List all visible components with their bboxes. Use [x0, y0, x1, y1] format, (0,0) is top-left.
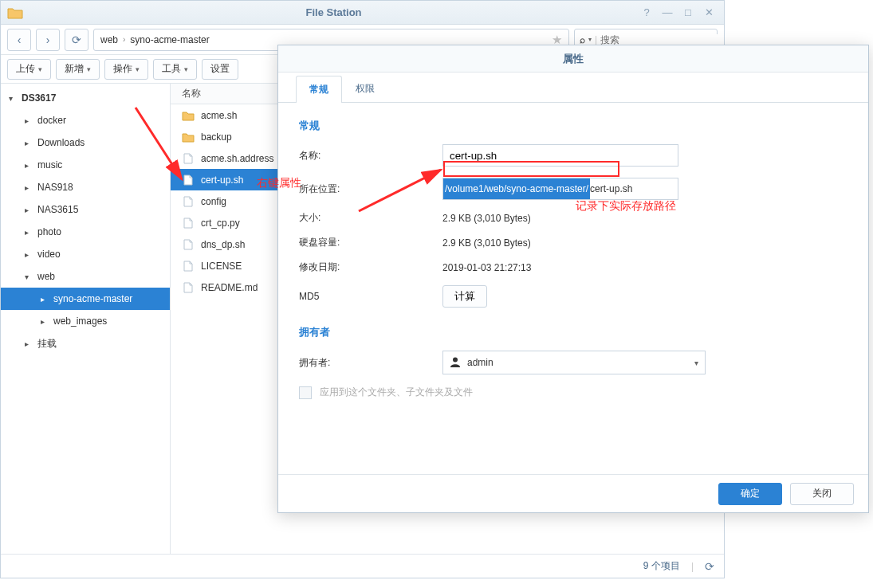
size-label: 大小: [299, 211, 442, 225]
file-icon [182, 239, 195, 250]
item-count: 9 个项目 [643, 559, 680, 573]
settings-button[interactable]: 设置 [202, 59, 238, 80]
file-name: acme.sh [201, 110, 237, 121]
owner-select[interactable]: admin ▾ [442, 351, 706, 374]
ok-button[interactable]: 确定 [718, 483, 782, 505]
path-segment[interactable]: web [100, 34, 118, 45]
properties-dialog: 属性 常规 权限 常规 名称: 所在位置: /volume1/web/syno-… [277, 45, 869, 513]
owner-value: admin [467, 357, 494, 368]
tree-item-selected[interactable]: ▸syno-acme-master [1, 288, 170, 310]
minimize-button[interactable]: — [659, 6, 676, 20]
tab-permissions[interactable]: 权限 [342, 75, 388, 102]
tab-general[interactable]: 常规 [296, 76, 342, 103]
tree-item-web[interactable]: ▾web [1, 265, 170, 288]
search-dropdown-icon[interactable]: ▾ [588, 36, 592, 43]
apply-recursive-row[interactable]: 应用到这个文件夹、子文件夹及文件 [299, 386, 847, 399]
back-button[interactable]: ‹ [7, 29, 31, 51]
location-label: 所在位置: [299, 182, 442, 196]
close-button[interactable]: ✕ [700, 6, 718, 20]
forward-button[interactable]: › [36, 29, 60, 51]
dialog-footer: 确定 关闭 [278, 474, 868, 512]
md5-label: MD5 [299, 291, 442, 302]
tools-button[interactable]: 工具▾ [153, 59, 197, 80]
path-segment[interactable]: syno-acme-master [130, 34, 209, 45]
file-name: LICENSE [201, 261, 242, 272]
titlebar: File Station ? — □ ✕ [1, 1, 724, 25]
apply-checkbox[interactable] [299, 386, 312, 399]
window-controls: ? — □ ✕ [638, 6, 724, 20]
window-title: File Station [29, 6, 638, 18]
apply-label: 应用到这个文件夹、子文件夹及文件 [320, 386, 473, 399]
search-input[interactable] [600, 34, 720, 45]
disk-label: 硬盘容量: [299, 236, 442, 249]
tree-item[interactable]: ▸docker [1, 109, 170, 131]
app-icon [7, 6, 23, 19]
section-general: 常规 [299, 119, 847, 133]
file-name: cert-up.sh [201, 174, 243, 186]
name-input[interactable] [442, 144, 678, 167]
file-name: config [201, 196, 226, 207]
tree-item-mount[interactable]: ▸挂载 [1, 332, 170, 355]
file-name: acme.sh.address [201, 153, 273, 164]
location-value[interactable]: /volume1/web/syno-acme-master/cert-up.sh [442, 178, 678, 200]
file-icon [182, 261, 195, 272]
file-icon [182, 282, 195, 293]
owner-label: 拥有者: [299, 356, 442, 370]
tree-item[interactable]: ▸photo [1, 221, 170, 243]
chevron-down-icon: ▾ [694, 359, 698, 367]
name-label: 名称: [299, 149, 442, 163]
refresh-icon[interactable]: ⟳ [705, 560, 714, 573]
action-button[interactable]: 操作▾ [104, 59, 148, 80]
file-name: README.md [201, 282, 258, 293]
tree-item[interactable]: ▸web_images [1, 310, 170, 332]
disk-value: 2.9 KB (3,010 Bytes) [442, 237, 847, 249]
folder-icon [182, 131, 195, 143]
tree-item[interactable]: ▸Downloads [1, 131, 170, 154]
statusbar: 9 个项目 | ⟳ [1, 554, 724, 578]
dialog-body: 常规 名称: 所在位置: /volume1/web/syno-acme-mast… [278, 103, 868, 474]
reload-button[interactable]: ⟳ [65, 29, 88, 51]
mtime-value: 2019-01-03 21:27:13 [442, 262, 847, 273]
file-icon [182, 174, 195, 186]
search-icon: ⌕ [580, 34, 585, 45]
tree-item[interactable]: ▸video [1, 243, 170, 265]
folder-icon [182, 110, 195, 121]
tree-item[interactable]: ▸music [1, 154, 170, 176]
tree-item[interactable]: ▸NAS3615 [1, 198, 170, 221]
close-dialog-button[interactable]: 关闭 [790, 483, 854, 505]
file-name: dns_dp.sh [201, 239, 245, 250]
create-button[interactable]: 新增▾ [56, 59, 100, 80]
file-icon [182, 196, 195, 207]
mtime-label: 修改日期: [299, 261, 442, 274]
location-rest: cert-up.sh [590, 183, 632, 194]
size-value: 2.9 KB (3,010 Bytes) [442, 213, 847, 224]
file-icon [182, 153, 195, 164]
maximize-button[interactable]: □ [679, 6, 697, 20]
dialog-tabs: 常规 权限 [278, 73, 868, 103]
upload-button[interactable]: 上传▾ [7, 59, 51, 80]
tree-root[interactable]: ▾DS3617 [1, 87, 170, 109]
help-button[interactable]: ? [638, 6, 655, 20]
md5-calc-button[interactable]: 计算 [442, 285, 487, 308]
tree-item[interactable]: ▸NAS918 [1, 176, 170, 198]
path-sep-icon: › [123, 35, 125, 44]
user-icon [450, 356, 461, 370]
dialog-title: 属性 [278, 45, 868, 73]
file-name: backup [201, 131, 232, 143]
location-selected: /volume1/web/syno-acme-master/ [443, 178, 590, 199]
section-owner: 拥有者 [299, 325, 847, 339]
file-name: crt_cp.py [201, 218, 240, 229]
file-icon [182, 218, 195, 229]
folder-tree: ▾DS3617 ▸docker ▸Downloads ▸music ▸NAS91… [1, 84, 171, 554]
svg-point-0 [453, 357, 458, 362]
